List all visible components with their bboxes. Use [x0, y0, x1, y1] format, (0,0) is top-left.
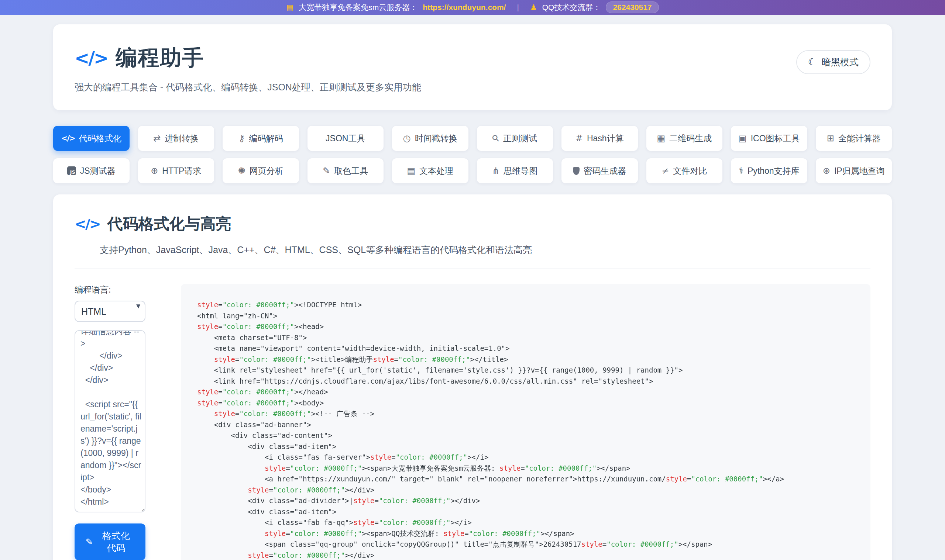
code-line: <div class="ad-item">	[197, 441, 859, 452]
code-line: style="color: #0000ff;"><body>	[197, 398, 859, 409]
tab-label: 进制转换	[165, 133, 199, 144]
tab-label: 编码解码	[249, 133, 283, 144]
tab-base-convert[interactable]: ⇄进制转换	[138, 126, 214, 151]
code-line: style="color: #0000ff;"><span>大宽带独享免备案免s…	[197, 463, 859, 474]
tab-label: JSON工具	[325, 133, 365, 144]
language-selected-value: HTML	[81, 306, 106, 317]
code-format-tool-card: </> 代码格式化与高亮 支持Python、JavaScript、Java、C+…	[53, 194, 892, 560]
spider-icon: ✺	[238, 166, 245, 175]
code-input[interactable]: 详细信息内容 --> </div> </div> </div> <script …	[75, 330, 145, 512]
tab-timestamp[interactable]: ◷时间戳转换	[392, 126, 469, 151]
clock-icon: ◷	[403, 134, 411, 143]
code-line: style="color: #0000ff;"><!-- 广告条 -->	[197, 408, 859, 420]
tool-tabs-grid: </>代码格式化⇄进制转换⚷编码解码JSON工具◷时间戳转换⚲正则测试#Hash…	[53, 126, 892, 183]
formatted-code-panel[interactable]: style="color: #0000ff;"><!DOCTYPE html><…	[181, 284, 870, 560]
code-line: <link href="https://cdnjs.cloudflare.com…	[197, 376, 859, 387]
tab-label: IP归属地查询	[834, 165, 885, 177]
code-icon: </>	[61, 135, 75, 142]
code-line: style="color: #0000ff;"><span>QQ技术交流群: s…	[197, 528, 859, 539]
tab-label: 全能计算器	[838, 133, 881, 144]
dark-mode-button[interactable]: ☾ 暗黑模式	[796, 50, 870, 74]
tab-label: 正则测试	[503, 133, 537, 144]
calculator-icon: ⊞	[827, 134, 834, 143]
code-line: style="color: #0000ff;"><!DOCTYPE html>	[197, 300, 859, 311]
tab-hash-calc[interactable]: #Hash计算	[561, 126, 638, 151]
section-divider	[75, 269, 870, 269]
page-subtitle: 强大的编程工具集合 - 代码格式化、编码转换、JSON处理、正则测试及更多实用功…	[75, 81, 870, 93]
tab-file-diff[interactable]: ≠文件对比	[646, 158, 723, 183]
section-title: 代码格式化与高亮	[108, 214, 231, 234]
tab-calculator[interactable]: ⊞全能计算器	[816, 126, 892, 151]
tab-json-tools[interactable]: JSON工具	[307, 126, 384, 151]
tab-label: 思维导图	[504, 165, 538, 177]
tab-label: Hash计算	[587, 133, 624, 144]
tab-code-format[interactable]: </>代码格式化	[53, 126, 129, 151]
hash-icon: #	[575, 134, 583, 143]
server-ad-label: 大宽带独享免备案免sm云服务器：	[299, 2, 418, 12]
code-line: style="color: #0000ff;"></head>	[197, 387, 859, 398]
globe-asia-icon: ⊛	[823, 166, 830, 175]
section-code-icon: </>	[75, 216, 100, 232]
chevron-down-icon: ▼	[135, 302, 142, 310]
pencil-icon: ✎	[86, 537, 93, 547]
tab-label: ICO图标工具	[751, 133, 800, 144]
tab-qrcode-gen[interactable]: ▦二维码生成	[646, 126, 723, 151]
file-icon: ▤	[407, 166, 415, 175]
top-ad-bar: ▤ 大宽带独享免备案免sm云服务器： https://xunduyun.com/…	[0, 0, 945, 15]
code-line: <div class="ad-content">	[197, 430, 859, 441]
tab-label: 文件对比	[673, 165, 707, 177]
code-line: <i class="fas fa-server">style="color: #…	[197, 452, 859, 463]
format-code-label: 格式化代码	[98, 530, 134, 554]
code-line: <link rel="stylesheet" href="{{ url_for(…	[197, 365, 859, 376]
image-icon: ▣	[738, 134, 747, 143]
tab-ico-tool[interactable]: ▣ICO图标工具	[731, 126, 807, 151]
tab-encode-decode[interactable]: ⚷编码解码	[223, 126, 299, 151]
tab-ip-lookup[interactable]: ⊛IP归属地查询	[816, 158, 892, 183]
tab-label: 网页分析	[250, 165, 284, 177]
section-subtitle: 支持Python、JavaScript、Java、C++、C#、HTML、CSS…	[100, 244, 870, 256]
qq-group-number-badge[interactable]: 262430517	[606, 2, 658, 13]
tab-label: 取色工具	[334, 165, 368, 177]
key-icon: ⚷	[239, 134, 245, 143]
editor-controls: 编程语言: HTML ▼ 详细信息内容 --> </div> </div> </…	[75, 284, 145, 560]
language-select[interactable]: HTML ▼	[75, 301, 145, 322]
tab-label: 文本处理	[419, 165, 453, 177]
tab-js-tester[interactable]: JSJS测试器	[53, 158, 129, 183]
code-line: style="color: #0000ff;"><head>	[197, 321, 859, 332]
tab-web-analyze[interactable]: ✺网页分析	[223, 158, 299, 183]
format-code-button[interactable]: ✎ 格式化代码	[75, 523, 145, 560]
exchange-icon: ⇄	[153, 134, 160, 143]
tab-color-picker[interactable]: ✎取色工具	[307, 158, 384, 183]
moon-icon: ☾	[808, 57, 817, 68]
highlighted-code-output: style="color: #0000ff;"><!DOCTYPE html><…	[197, 300, 859, 560]
tab-python-lib[interactable]: ⚕Python支持库	[731, 158, 807, 183]
code-line: <meta charset="UTF-8">	[197, 332, 859, 343]
tab-label: 二维码生成	[669, 133, 712, 144]
eyedropper-icon: ✎	[323, 166, 330, 175]
tab-password-gen[interactable]: 密码生成器	[561, 158, 638, 183]
shield-icon	[573, 167, 580, 175]
topbar-divider: |	[517, 3, 519, 12]
code-line: <div class="ad-divider">|style="color: #…	[197, 495, 859, 506]
code-line: style="color: #0000ff;"></div>	[197, 485, 859, 496]
js-icon: JS	[67, 166, 76, 175]
tab-label: HTTP请求	[162, 165, 201, 177]
app-logo-code-icon: </>	[75, 48, 108, 68]
code-line: style="color: #0000ff;"></div>	[197, 550, 859, 560]
language-label: 编程语言:	[75, 284, 145, 295]
dark-mode-label: 暗黑模式	[822, 56, 859, 68]
code-line: <span class="qq-group" onclick="copyQQGr…	[197, 539, 859, 550]
qrcode-icon: ▦	[657, 134, 665, 143]
server-ad-link[interactable]: https://xunduyun.com/	[423, 3, 506, 12]
tab-text-process[interactable]: ▤文本处理	[392, 158, 469, 183]
code-line: <div class="ad-item">	[197, 506, 859, 518]
python-icon: ⚕	[738, 166, 743, 175]
not-equal-icon: ≠	[661, 166, 669, 175]
tab-mindmap[interactable]: ⋔思维导图	[477, 158, 553, 183]
tab-regex-test[interactable]: ⚲正则测试	[477, 126, 553, 151]
qq-group-label: QQ技术交流群：	[542, 2, 601, 12]
tab-label: JS测试器	[80, 165, 116, 177]
globe-icon: ⊕	[151, 166, 158, 175]
tab-http-request[interactable]: ⊕HTTP请求	[138, 158, 214, 183]
tab-label: 代码格式化	[79, 133, 122, 144]
